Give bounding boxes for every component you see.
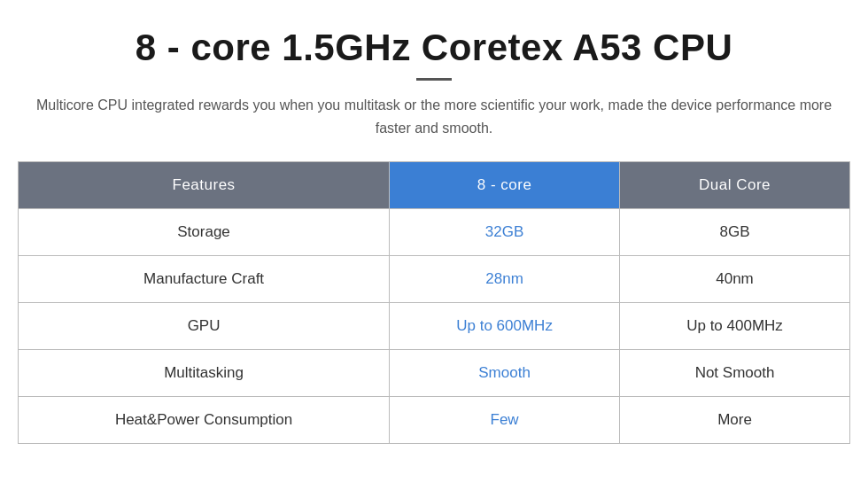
cell-feature-4: Heat&Power Consumption: [19, 397, 390, 444]
table-row: MultitaskingSmoothNot Smooth: [19, 350, 850, 397]
table-row: Heat&Power ConsumptionFewMore: [19, 397, 850, 444]
page-title: 8 - core 1.5GHz Coretex A53 CPU: [18, 27, 850, 69]
table-row: Manufacture Craft28nm40nm: [19, 256, 850, 303]
header-dual: Dual Core: [620, 162, 850, 209]
cell-dual-val-0: 8GB: [620, 209, 850, 256]
table-row: Storage32GB8GB: [19, 209, 850, 256]
cell-feature-2: GPU: [19, 303, 390, 350]
cell-8core-val-4: Few: [390, 397, 620, 444]
subtitle-text: Multicore CPU integrated rewards you whe…: [35, 94, 833, 139]
cell-8core-val-2: Up to 600MHz: [390, 303, 620, 350]
title-divider: [416, 78, 452, 81]
header-8core: 8 - core: [390, 162, 620, 209]
table-row: GPUUp to 600MHzUp to 400MHz: [19, 303, 850, 350]
comparison-table: Features 8 - core Dual Core Storage32GB8…: [18, 161, 850, 444]
cell-feature-1: Manufacture Craft: [19, 256, 390, 303]
header-features: Features: [19, 162, 390, 209]
title-section: 8 - core 1.5GHz Coretex A53 CPU Multicor…: [18, 27, 850, 139]
cell-dual-val-4: More: [620, 397, 850, 444]
cell-dual-val-3: Not Smooth: [620, 350, 850, 397]
cell-feature-0: Storage: [19, 209, 390, 256]
cell-dual-val-2: Up to 400MHz: [620, 303, 850, 350]
cell-8core-val-0: 32GB: [390, 209, 620, 256]
cell-feature-3: Multitasking: [19, 350, 390, 397]
cell-8core-val-3: Smooth: [390, 350, 620, 397]
table-header-row: Features 8 - core Dual Core: [19, 162, 850, 209]
cell-dual-val-1: 40nm: [620, 256, 850, 303]
cell-8core-val-1: 28nm: [390, 256, 620, 303]
